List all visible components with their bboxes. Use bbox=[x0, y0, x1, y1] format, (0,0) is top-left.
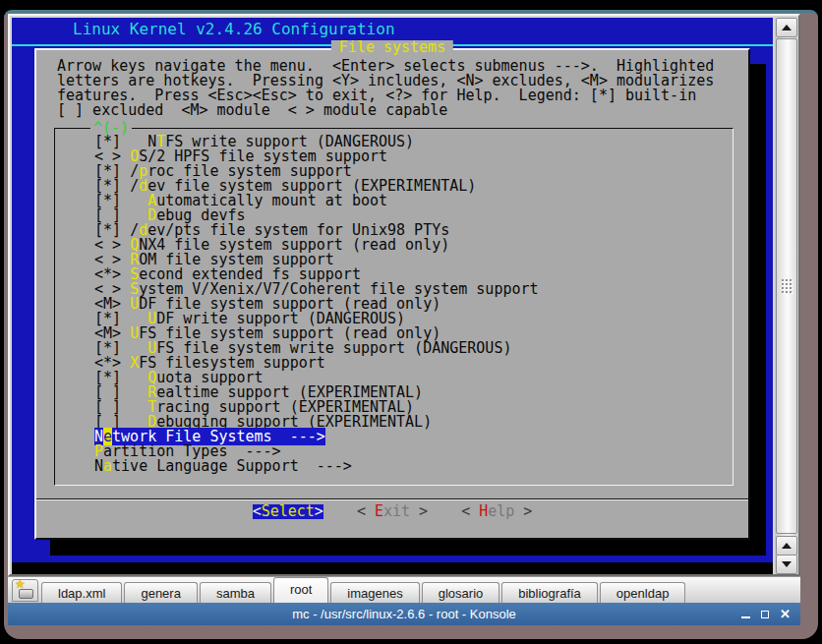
arrow-up-icon bbox=[782, 25, 792, 30]
menu-list: [*] NTFS write support (DANGEROUS)< > OS… bbox=[55, 129, 733, 485]
scrollbar-up-button[interactable] bbox=[776, 18, 797, 37]
terminal-scrollbar[interactable] bbox=[775, 18, 798, 574]
help-button[interactable]: < Help > bbox=[461, 504, 532, 519]
tab-genera[interactable]: genera bbox=[124, 582, 197, 603]
window-title: mc - /usr/src/linux-2.6.6 - root - Konso… bbox=[292, 607, 516, 621]
tab-openldap[interactable]: openldap bbox=[600, 582, 686, 603]
dialog-title: File systems bbox=[331, 40, 453, 55]
tab-root[interactable]: root bbox=[273, 577, 328, 603]
kernel-config-header: Linux Kernel v2.4.26 Configuration bbox=[73, 22, 395, 36]
instruction-line: [ ] excluded <M> module < > module capab… bbox=[57, 103, 714, 118]
terminal-screen: Linux Kernel v2.4.26 Configuration File … bbox=[12, 18, 773, 574]
dialog-buttons: <Select>< Exit >< Help > bbox=[36, 504, 748, 519]
scrollbar-down-button[interactable] bbox=[776, 555, 797, 574]
konsole-window: Linux Kernel v2.4.26 Configuration File … bbox=[4, 10, 818, 639]
minimize-button[interactable] bbox=[741, 616, 750, 618]
close-button[interactable]: ✕ bbox=[780, 608, 791, 620]
file-systems-dialog: File systems Arrow keys navigate the men… bbox=[34, 48, 750, 540]
tab-glosario[interactable]: glosario bbox=[422, 582, 500, 603]
terminal-client-area: Linux Kernel v2.4.26 Configuration File … bbox=[8, 14, 800, 576]
menu-item[interactable]: Native Language Support ---> bbox=[94, 459, 733, 474]
button-separator bbox=[36, 498, 748, 500]
new-session-button[interactable]: ★ bbox=[12, 579, 38, 602]
new-session-star-icon: ★ bbox=[15, 577, 26, 591]
tab-ldap.xml[interactable]: ldap.xml bbox=[41, 582, 122, 603]
tabs: ldap.xmlgenerasambarootimagenesglosariob… bbox=[41, 577, 685, 603]
arrow-up-icon bbox=[782, 543, 792, 549]
tab-samba[interactable]: samba bbox=[200, 582, 271, 603]
tab-imagenes[interactable]: imagenes bbox=[330, 582, 419, 603]
dialog-instructions: Arrow keys navigate the menu. <Enter> se… bbox=[57, 59, 714, 118]
maximize-button[interactable] bbox=[761, 611, 769, 618]
scrollbar-up-button-bottom[interactable] bbox=[776, 536, 797, 556]
thumb-grip-icon bbox=[781, 278, 793, 294]
session-tab-bar: ★ ldap.xmlgenerasambarootimagenesglosari… bbox=[8, 576, 800, 603]
terminal-bottom-band bbox=[12, 562, 773, 574]
tab-bibliografía[interactable]: bibliografía bbox=[501, 582, 598, 603]
menu-listbox: ^(-) [*] NTFS write support (DANGEROUS)<… bbox=[54, 128, 734, 486]
exit-button[interactable]: < Exit > bbox=[357, 504, 428, 519]
arrow-down-icon bbox=[782, 561, 792, 567]
window-buttons: ✕ bbox=[741, 603, 791, 625]
scrollbar-thumb[interactable] bbox=[776, 38, 797, 534]
window-titlebar[interactable]: mc - /usr/src/linux-2.6.6 - root - Konso… bbox=[8, 603, 800, 625]
select-button[interactable]: <Select> bbox=[253, 504, 323, 519]
